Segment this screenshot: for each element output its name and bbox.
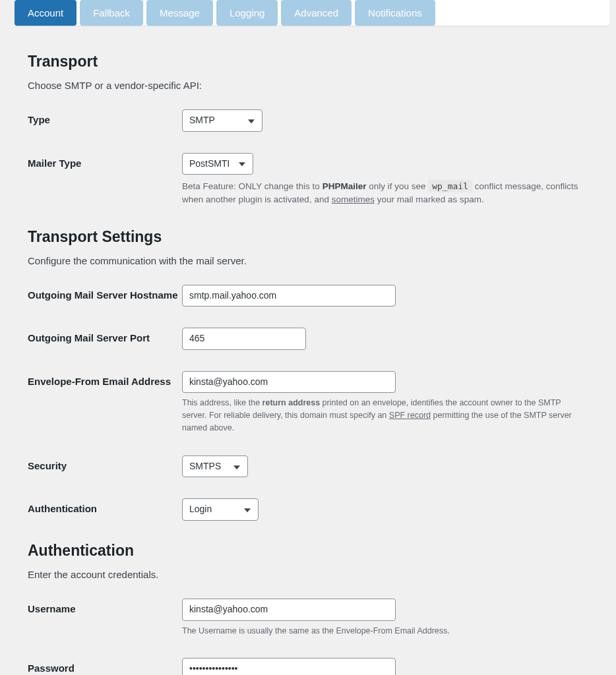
envelope-input[interactable] <box>182 371 396 394</box>
transport-settings-intro: Configure the communication with the mai… <box>28 255 579 266</box>
envelope-help: This address, like the return address pr… <box>182 397 579 434</box>
tabs-nav: Account Fallback Message Logging Advance… <box>15 0 609 26</box>
security-label: Security <box>28 455 182 473</box>
tab-fallback[interactable]: Fallback <box>80 0 143 26</box>
authentication-intro: Enter the account credentials. <box>28 569 579 580</box>
mailer-type-label: Mailer Type <box>28 153 182 170</box>
authentication-label: Authentication <box>28 498 182 515</box>
password-input[interactable] <box>182 658 396 675</box>
tab-notifications[interactable]: Notifications <box>355 0 435 26</box>
transport-heading: Transport <box>28 53 579 71</box>
mailer-type-select[interactable]: PostSMTP <box>182 153 253 175</box>
type-label: Type <box>28 109 182 127</box>
type-select[interactable]: SMTP <box>182 109 262 132</box>
tab-advanced[interactable]: Advanced <box>281 0 352 26</box>
username-label: Username <box>28 599 182 616</box>
security-select[interactable]: SMTPS <box>182 455 248 478</box>
envelope-label: Envelope-From Email Address <box>28 371 182 388</box>
tab-logging[interactable]: Logging <box>216 0 278 26</box>
hostname-input[interactable] <box>182 285 396 307</box>
authentication-select[interactable]: Login <box>182 498 259 521</box>
hostname-label: Outgoing Mail Server Hostname <box>28 285 182 302</box>
port-label: Outgoing Mail Server Port <box>28 328 182 345</box>
authentication-heading: Authentication <box>28 542 579 560</box>
transport-settings-heading: Transport Settings <box>28 228 579 246</box>
port-input[interactable] <box>182 328 306 350</box>
tab-message[interactable]: Message <box>146 0 213 26</box>
username-input[interactable] <box>182 599 396 621</box>
mailer-help: Beta Feature: ONLY change this to PHPMai… <box>182 180 579 207</box>
transport-intro: Choose SMTP or a vendor-specific API: <box>28 80 579 91</box>
password-label: Password <box>28 658 182 675</box>
tab-account[interactable]: Account <box>15 0 77 26</box>
username-help: The Username is usually the same as the … <box>182 625 579 637</box>
